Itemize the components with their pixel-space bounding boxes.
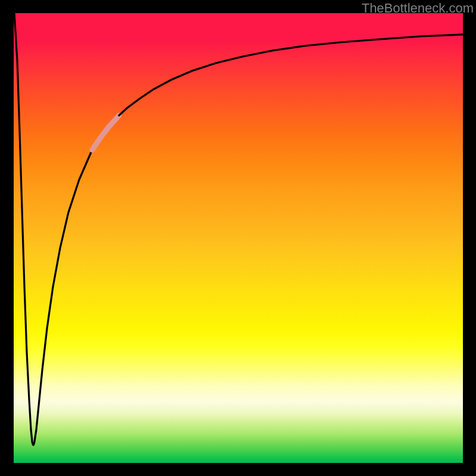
- watermark-text: TheBottleneck.com: [362, 1, 474, 16]
- curve-layer: [14, 13, 463, 463]
- curve-right-branch: [119, 35, 463, 115]
- curve-left-branch: [14, 13, 92, 445]
- curve-highlight-segment: [92, 115, 119, 150]
- chart-frame: TheBottleneck.com: [0, 0, 476, 476]
- plot-area: [14, 13, 463, 463]
